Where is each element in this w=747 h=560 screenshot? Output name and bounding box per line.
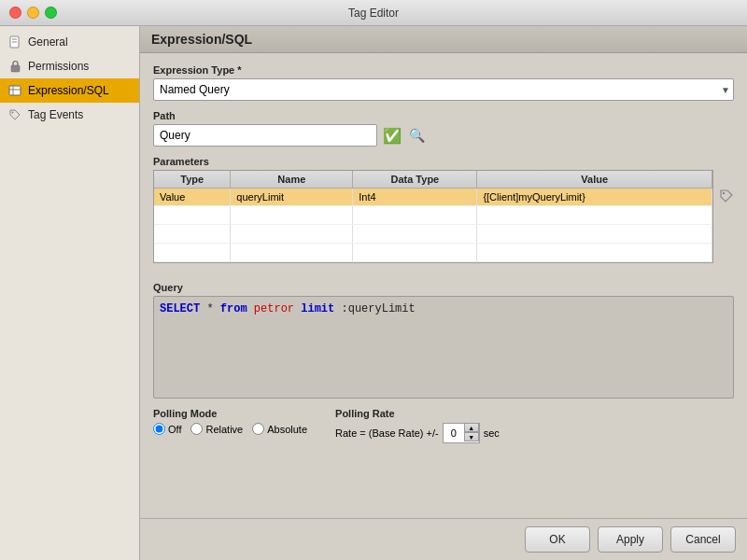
sidebar-item-tag-events-label: Tag Events bbox=[28, 108, 83, 121]
path-row: ✅ 🔍 bbox=[153, 124, 734, 147]
col-data-type: Data Type bbox=[353, 171, 477, 189]
rate-unit-text: sec bbox=[484, 427, 500, 439]
tag-action-icon[interactable] bbox=[719, 170, 734, 206]
query-group: Query SELECT * from petror limit :queryL… bbox=[153, 282, 734, 399]
cell-type: Value bbox=[154, 189, 231, 206]
page-icon bbox=[7, 35, 22, 49]
rate-input-container: ▲ ▼ bbox=[443, 423, 480, 443]
title-bar: Tag Editor bbox=[0, 0, 747, 26]
path-input[interactable] bbox=[153, 124, 377, 147]
maximize-button[interactable] bbox=[45, 7, 57, 19]
search-button[interactable]: 🔍 bbox=[407, 128, 427, 143]
polling-rate-label: Polling Rate bbox=[335, 408, 500, 419]
kw-param: :queryLimit bbox=[341, 302, 415, 315]
col-value: Value bbox=[477, 171, 712, 189]
kw-star: * bbox=[206, 302, 219, 315]
section-header: Expression/SQL bbox=[140, 26, 747, 53]
query-editor[interactable]: SELECT * from petror limit :queryLimit bbox=[153, 296, 734, 399]
params-table-container: Type Name Data Type Value Value bbox=[153, 170, 713, 263]
svg-rect-3 bbox=[11, 65, 20, 72]
spinner-buttons: ▲ ▼ bbox=[464, 423, 479, 443]
polling-relative-radio[interactable] bbox=[190, 423, 203, 435]
lock-icon bbox=[7, 59, 22, 74]
tag-events-icon bbox=[7, 107, 22, 122]
svg-point-7 bbox=[12, 112, 14, 114]
rate-formula-text: Rate = (Base Rate) +/- bbox=[335, 427, 439, 439]
polling-off-label[interactable]: Off bbox=[153, 423, 181, 435]
kw-from: from bbox=[220, 302, 247, 315]
polling-off-radio[interactable] bbox=[153, 423, 165, 435]
close-button[interactable] bbox=[9, 7, 21, 19]
table-empty-row-1 bbox=[154, 206, 712, 225]
polling-absolute-label[interactable]: Absolute bbox=[252, 423, 307, 435]
content-area: Expression/SQL Expression Type * Named Q… bbox=[140, 26, 747, 560]
expression-type-select[interactable]: Named Query Expression SQL Query bbox=[153, 78, 734, 101]
expression-type-label: Expression Type * bbox=[153, 64, 734, 76]
polling-mode-radio-group: Off Relative Absolute bbox=[153, 423, 307, 435]
polling-row: Polling Mode Off Relative Absolute bbox=[153, 408, 734, 443]
section-title: Expression/SQL bbox=[151, 32, 252, 47]
path-label: Path bbox=[153, 110, 734, 121]
bottom-bar: OK Apply Cancel bbox=[140, 518, 747, 560]
check-icon: ✅ bbox=[383, 127, 402, 145]
table-empty-row-2 bbox=[154, 225, 712, 244]
kw-limit: limit bbox=[301, 302, 334, 315]
query-label: Query bbox=[153, 282, 734, 293]
polling-relative-label[interactable]: Relative bbox=[190, 423, 243, 435]
polling-absolute-radio[interactable] bbox=[252, 423, 264, 435]
parameters-group: Parameters Type Name Data Type Value bbox=[153, 156, 734, 273]
path-group: Path ✅ 🔍 bbox=[153, 110, 734, 147]
sidebar: General Permissions Expression/SQL bbox=[0, 26, 140, 560]
col-type: Type bbox=[154, 171, 231, 189]
svg-rect-4 bbox=[9, 86, 21, 95]
sidebar-item-permissions-label: Permissions bbox=[28, 60, 89, 73]
polling-rate-section: Polling Rate Rate = (Base Rate) +/- ▲ ▼ … bbox=[335, 408, 500, 443]
rate-row: Rate = (Base Rate) +/- ▲ ▼ sec bbox=[335, 423, 500, 443]
col-name: Name bbox=[231, 171, 353, 189]
main-container: General Permissions Expression/SQL bbox=[0, 26, 747, 560]
kw-select: SELECT bbox=[160, 302, 200, 315]
cell-data-type: Int4 bbox=[353, 189, 477, 206]
sidebar-item-general-label: General bbox=[28, 35, 68, 49]
form-content: Expression Type * Named Query Expression… bbox=[140, 53, 747, 518]
apply-button[interactable]: Apply bbox=[598, 526, 663, 553]
expression-type-group: Expression Type * Named Query Expression… bbox=[153, 64, 734, 101]
table-wrapper: Type Name Data Type Value Value bbox=[153, 170, 734, 273]
minimize-button[interactable] bbox=[27, 7, 39, 19]
params-table: Type Name Data Type Value Value bbox=[154, 171, 712, 262]
expression-type-dropdown-container: Named Query Expression SQL Query ▼ bbox=[153, 78, 734, 101]
svg-point-8 bbox=[723, 192, 725, 194]
sidebar-item-expression-sql[interactable]: Expression/SQL bbox=[0, 78, 139, 103]
polling-relative-text: Relative bbox=[205, 424, 243, 435]
window-controls bbox=[9, 7, 57, 19]
spinner-up-button[interactable]: ▲ bbox=[464, 423, 479, 432]
cell-value: {[Client]myQueryLimit} bbox=[477, 189, 712, 206]
parameters-label: Parameters bbox=[153, 156, 734, 167]
sidebar-item-expression-sql-label: Expression/SQL bbox=[28, 84, 109, 97]
cancel-button[interactable]: Cancel bbox=[670, 526, 736, 553]
sidebar-item-permissions[interactable]: Permissions bbox=[0, 54, 139, 78]
table-icon bbox=[7, 83, 22, 98]
kw-table: petror bbox=[254, 302, 301, 315]
polling-mode-section: Polling Mode Off Relative Absolute bbox=[153, 408, 307, 443]
polling-off-text: Off bbox=[168, 424, 181, 435]
table-row[interactable]: Value queryLimit Int4 {[Client]myQueryLi… bbox=[154, 189, 712, 206]
polling-mode-label: Polling Mode bbox=[153, 408, 307, 419]
sidebar-item-general[interactable]: General bbox=[0, 30, 139, 54]
ok-button[interactable]: OK bbox=[525, 526, 590, 553]
cell-name: queryLimit bbox=[231, 189, 353, 206]
table-empty-row-3 bbox=[154, 244, 712, 262]
window-title: Tag Editor bbox=[348, 7, 399, 20]
polling-absolute-text: Absolute bbox=[267, 424, 307, 435]
spinner-down-button[interactable]: ▼ bbox=[464, 432, 479, 441]
sidebar-item-tag-events[interactable]: Tag Events bbox=[0, 103, 139, 127]
